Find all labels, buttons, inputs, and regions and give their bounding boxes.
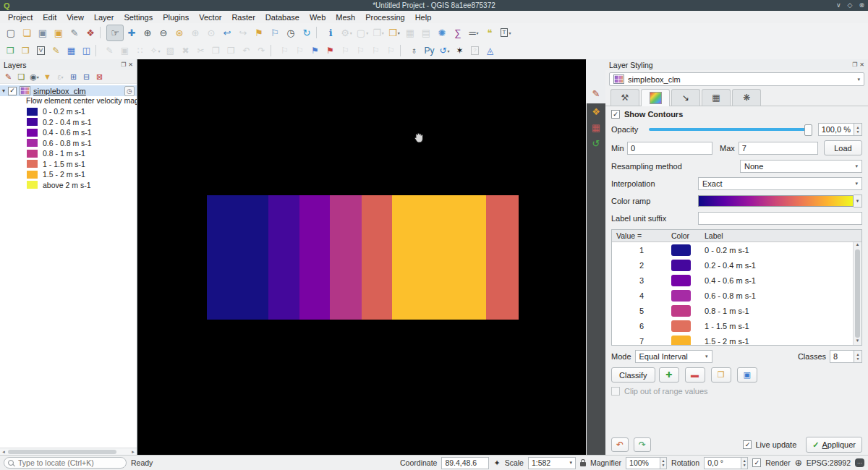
float-panel-icon[interactable]: ❐ <box>121 61 126 68</box>
menu-item[interactable]: Layer <box>89 12 119 22</box>
legend-item[interactable]: 0.8 - 1 m s-1 <box>0 148 137 159</box>
class-color-swatch[interactable] <box>671 244 691 256</box>
add-feature-icon[interactable]: ∷ <box>132 43 148 59</box>
menu-item[interactable]: Web <box>305 12 331 22</box>
highlight-pinned-labels-icon[interactable]: ⚐ <box>277 43 292 59</box>
opacity-slider[interactable] <box>649 128 812 131</box>
locator-input[interactable] <box>17 458 106 468</box>
table-row[interactable]: 2 0.2 - 0.4 m s-1 <box>612 257 854 273</box>
new-project-icon[interactable]: ▢ <box>3 25 19 40</box>
filter-legend-icon[interactable]: ▼ <box>41 71 54 82</box>
spinner-arrows[interactable]: ▲▼ <box>660 457 667 469</box>
class-value[interactable]: 3 <box>612 276 671 285</box>
legend-item[interactable]: 1 - 1.5 m s-1 <box>0 159 137 170</box>
scale-dropdown[interactable]: 1:582 ▾ <box>528 457 576 469</box>
paste-features-icon[interactable]: ❒ <box>224 43 239 59</box>
labels-strip-icon[interactable]: ▦ <box>587 119 605 135</box>
new-shapefile-layer-icon[interactable]: ❒ <box>18 43 33 59</box>
class-label[interactable]: 1 - 1.5 m s-1 <box>705 322 854 330</box>
map-canvas[interactable] <box>137 59 586 456</box>
save-classes-button[interactable]: ▣ <box>737 367 757 383</box>
coordinate-input[interactable]: 89.4,48.6 <box>441 457 489 469</box>
zoom-in-icon[interactable]: ⊕ <box>140 25 156 40</box>
render-checkbox[interactable]: ✓ <box>752 458 761 467</box>
menu-item[interactable]: Plugins <box>158 12 194 22</box>
open-styling-panel-icon[interactable]: ✎ <box>2 71 14 82</box>
temporal-layer-icon[interactable]: ◷ <box>124 86 135 96</box>
table-row[interactable]: 3 0.4 - 0.6 m s-1 <box>612 273 854 288</box>
save-layer-edits-icon[interactable]: ▣ <box>117 43 132 59</box>
menu-item[interactable]: Processing <box>360 12 409 22</box>
python-console-icon[interactable]: Py <box>422 43 437 59</box>
delete-selected-icon[interactable]: ✖ <box>178 43 193 59</box>
class-value[interactable]: 5 <box>612 307 671 315</box>
column-header-label[interactable]: Label <box>705 231 861 240</box>
cut-features-icon[interactable]: ✂ <box>193 43 208 59</box>
save-project-icon[interactable]: ▣ <box>35 25 51 40</box>
open-attribute-table-icon[interactable]: ▦ <box>402 25 418 40</box>
zoom-to-selection-icon[interactable]: ⊕ <box>187 25 203 40</box>
remove-layer-icon[interactable]: ⊠ <box>93 71 106 82</box>
menu-item[interactable]: Project <box>3 12 38 22</box>
spinner-arrows[interactable]: ▲▼ <box>854 123 862 136</box>
tab-contours-symbology[interactable] <box>641 89 670 106</box>
symbology-strip-icon[interactable]: ✎ <box>587 85 605 101</box>
class-value[interactable]: 7 <box>612 337 671 346</box>
expand-caret-icon[interactable]: ▾ <box>2 87 5 94</box>
class-color-swatch[interactable] <box>671 260 691 271</box>
pin-unpin-labels-icon[interactable]: ⚐ <box>292 43 307 59</box>
add-group-icon[interactable]: ❏ <box>15 71 27 82</box>
maximize-button[interactable]: ◇ <box>848 2 853 9</box>
close-panel-icon[interactable]: ✕ <box>128 61 133 68</box>
menu-item[interactable]: Help <box>410 12 437 22</box>
messages-icon[interactable]: ··· <box>855 458 864 467</box>
spinner-arrows[interactable]: ▲▼ <box>741 457 748 469</box>
column-header-color[interactable]: Color <box>671 231 705 240</box>
new-mesh-layer-icon[interactable]: ◫ <box>79 43 94 59</box>
mouse-tracking-icon[interactable]: ✦ <box>493 459 500 467</box>
class-value[interactable]: 2 <box>612 261 671 270</box>
run-feature-action-icon[interactable]: ⚙ <box>339 25 354 40</box>
new-bookmark-icon[interactable]: ⚑ <box>251 25 267 40</box>
close-button[interactable]: ⊗ <box>859 2 864 9</box>
modify-attributes-icon[interactable]: ▧ <box>163 43 178 59</box>
legend-item[interactable]: 0.2 - 0.4 m s-1 <box>0 117 137 128</box>
resampling-method-dropdown[interactable]: None ▾ <box>740 160 862 173</box>
menu-item[interactable]: Vector <box>194 12 226 22</box>
table-row[interactable]: 5 0.8 - 1 m s-1 <box>612 303 854 318</box>
class-value[interactable]: 4 <box>612 291 671 300</box>
zoom-full-icon[interactable]: ⊛ <box>171 25 187 40</box>
manage-map-themes-icon[interactable]: ◉ <box>28 71 41 82</box>
new-geopackage-layer-icon[interactable]: ❒ <box>3 43 18 59</box>
interpolation-dropdown[interactable]: Exact ▾ <box>698 177 862 190</box>
open-project-icon[interactable]: ❏ <box>19 25 35 40</box>
legend-item[interactable]: above 2 m s-1 <box>0 180 137 191</box>
attribute-dialog-icon[interactable]: ▤ <box>418 25 434 40</box>
rotate-label-icon[interactable]: ⚐ <box>353 43 368 59</box>
zoom-out-icon[interactable]: ⊖ <box>156 25 171 40</box>
zoom-next-icon[interactable]: ↪ <box>235 25 251 40</box>
class-label[interactable]: 0.8 - 1 m s-1 <box>705 307 854 315</box>
style-redo-button[interactable]: ↷ <box>634 437 651 452</box>
scroll-up-icon[interactable]: ▲ <box>856 242 860 249</box>
menu-item[interactable]: View <box>61 12 89 22</box>
table-row[interactable]: 1 0 - 0.2 m s-1 <box>612 242 854 257</box>
mesh-calculator-icon[interactable]: ◬ <box>482 43 498 59</box>
layer-visibility-checkbox[interactable]: ✓ <box>8 87 17 95</box>
class-label[interactable]: 0 - 0.2 m s-1 <box>705 246 854 255</box>
show-contours-checkbox[interactable]: ✓ <box>611 110 620 119</box>
menu-item[interactable]: Edit <box>38 12 61 22</box>
style-undo-button[interactable]: ↶ <box>611 437 629 452</box>
new-scratch-layer-icon[interactable]: ▦ <box>64 43 79 59</box>
deselect-features-icon[interactable]: ❐ <box>370 25 386 40</box>
table-row[interactable]: 4 0.6 - 0.8 m s-1 <box>612 288 854 303</box>
add-class-button[interactable]: ✚ <box>659 367 679 383</box>
new-spatialite-layer-icon[interactable]: ✎ <box>48 43 64 59</box>
close-panel-icon[interactable]: ✕ <box>859 61 864 68</box>
3d-cube-strip-icon[interactable]: ❖ <box>587 103 605 119</box>
load-button[interactable]: Load <box>824 140 862 155</box>
table-row[interactable]: 7 1.5 - 2 m s-1 <box>612 333 854 345</box>
tab-vectors[interactable]: ↘ <box>671 89 700 106</box>
table-vertical-scrollbar[interactable]: ▲ ▼ <box>853 242 861 345</box>
scroll-right-icon[interactable]: ▸ <box>130 449 136 455</box>
